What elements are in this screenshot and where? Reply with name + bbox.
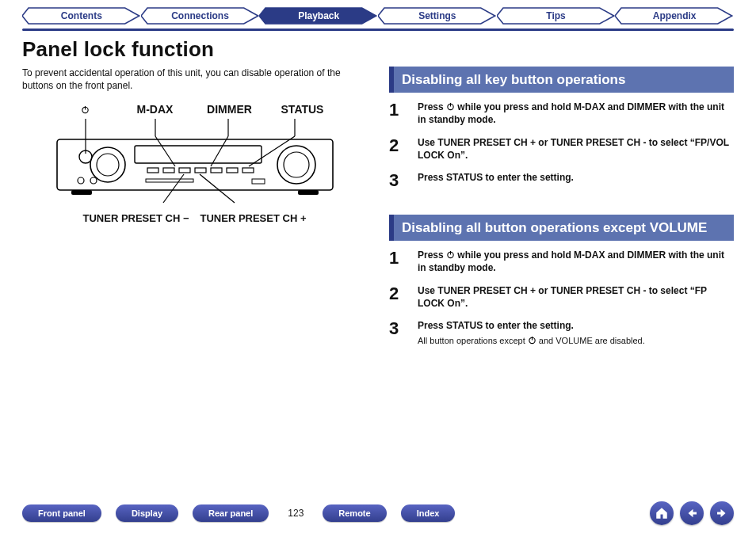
- svg-point-14: [97, 154, 119, 176]
- pill-remote[interactable]: Remote: [323, 504, 386, 522]
- step-number: 1: [389, 101, 405, 126]
- svg-point-16: [90, 177, 97, 184]
- page-number: 123: [288, 508, 304, 519]
- svg-rect-10: [71, 190, 92, 195]
- receiver-illustration: [52, 119, 338, 206]
- svg-line-30: [200, 174, 235, 203]
- footer: Front panel Display Rear panel 123 Remot…: [22, 495, 734, 525]
- nav-home-button[interactable]: [650, 501, 674, 525]
- svg-point-15: [78, 177, 84, 184]
- page-title: Panel lock function: [22, 37, 734, 62]
- label-status: STATUS: [268, 103, 338, 116]
- step-text: Press while you press and hold M-DAX and…: [418, 249, 734, 274]
- svg-point-27: [277, 146, 315, 184]
- svg-rect-23: [227, 168, 238, 173]
- intro-text: To prevent accidental operation of this …: [22, 67, 367, 92]
- power-icon: [528, 336, 536, 345]
- arrow-left-icon: [685, 506, 699, 520]
- step-text: Press STATUS to enter the setting.: [418, 171, 574, 189]
- top-tab-bar: Contents Connections Playback Settings T…: [22, 6, 734, 25]
- svg-rect-11: [298, 190, 319, 195]
- step: 3 Press STATUS to enter the setting. All…: [389, 319, 734, 347]
- step: 1 Press while you press and hold M-DAX a…: [389, 249, 734, 274]
- nav-next-button[interactable]: [710, 501, 734, 525]
- svg-rect-21: [195, 168, 206, 173]
- svg-rect-18: [147, 168, 158, 173]
- label-mdax: M-DAX: [119, 103, 192, 116]
- step-number: 2: [389, 136, 405, 162]
- svg-rect-20: [179, 168, 190, 173]
- label-tuner-minus: TUNER PRESET CH −: [83, 212, 189, 224]
- step-text: Use TUNER PRESET CH + or TUNER PRESET CH…: [418, 284, 734, 310]
- power-icon: [446, 250, 455, 259]
- tab-tips[interactable]: Tips: [497, 6, 616, 25]
- svg-rect-25: [146, 179, 193, 182]
- pill-index[interactable]: Index: [401, 504, 456, 522]
- arrow-right-icon: [715, 506, 729, 520]
- tab-playback[interactable]: Playback: [259, 6, 378, 25]
- svg-rect-24: [242, 168, 254, 173]
- front-panel-figure: M-DAX DIMMER STATUS: [22, 103, 367, 224]
- tab-appendix[interactable]: Appendix: [615, 6, 734, 25]
- svg-rect-17: [135, 146, 262, 163]
- tab-settings[interactable]: Settings: [378, 6, 497, 25]
- section-heading: Disabling all key button operations: [389, 67, 734, 93]
- pill-display[interactable]: Display: [116, 504, 178, 522]
- step: 2 Use TUNER PRESET CH + or TUNER PRESET …: [389, 136, 734, 162]
- label-dimmer: DIMMER: [192, 103, 268, 116]
- step-text: Press STATUS to enter the setting. All b…: [418, 319, 645, 347]
- step-number: 2: [389, 284, 405, 310]
- svg-line-29: [163, 174, 184, 203]
- svg-rect-19: [163, 168, 174, 173]
- step: 2 Use TUNER PRESET CH + or TUNER PRESET …: [389, 284, 734, 310]
- nav-prev-button[interactable]: [680, 501, 704, 525]
- power-icon: [81, 105, 90, 114]
- section-heading: Disabling all button operations except V…: [389, 215, 734, 241]
- pill-rear-panel[interactable]: Rear panel: [193, 504, 269, 522]
- svg-line-6: [211, 136, 228, 166]
- svg-line-4: [155, 136, 175, 166]
- label-power: [52, 103, 119, 116]
- pill-front-panel[interactable]: Front panel: [22, 504, 101, 522]
- label-tuner-plus: TUNER PRESET CH +: [200, 212, 307, 224]
- step: 1 Press while you press and hold M-DAX a…: [389, 101, 734, 126]
- step-number: 3: [389, 319, 405, 347]
- svg-line-8: [249, 136, 295, 166]
- svg-point-28: [284, 152, 309, 177]
- svg-rect-26: [252, 179, 265, 184]
- home-icon: [655, 506, 669, 520]
- step-text: Use TUNER PRESET CH + or TUNER PRESET CH…: [418, 136, 734, 162]
- step-number: 3: [389, 171, 405, 189]
- svg-rect-22: [211, 168, 222, 173]
- tab-rule: [22, 29, 734, 31]
- power-icon: [446, 102, 455, 111]
- step-number: 1: [389, 249, 405, 274]
- tab-contents[interactable]: Contents: [22, 6, 141, 25]
- step-text: Press while you press and hold M-DAX and…: [418, 101, 734, 126]
- step: 3 Press STATUS to enter the setting.: [389, 171, 734, 189]
- svg-point-13: [90, 147, 125, 182]
- tab-connections[interactable]: Connections: [141, 6, 260, 25]
